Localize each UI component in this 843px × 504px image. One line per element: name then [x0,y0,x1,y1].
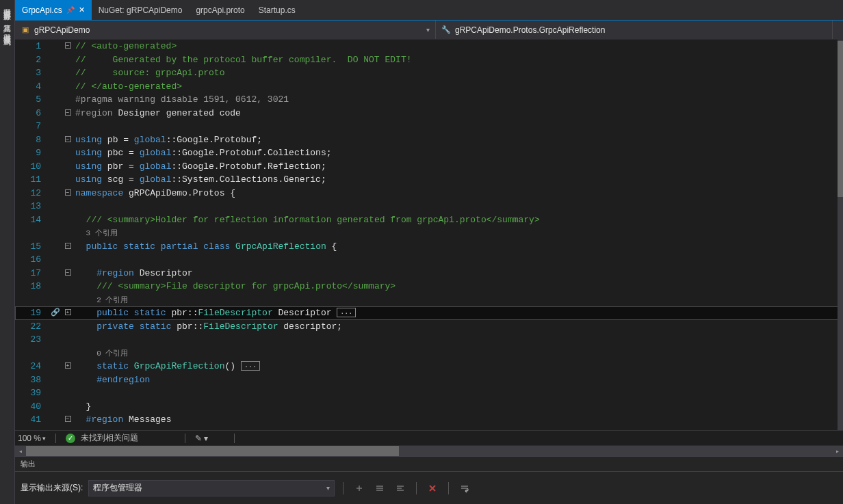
fold-toggle[interactable]: + [63,306,73,320]
tab-grpcapi-cs[interactable]: GrpcApi.cs 📌 ✕ [15,0,92,20]
code-line[interactable]: 2 个引用 [15,293,843,307]
code-line[interactable]: 40 } [15,400,843,414]
glyph-margin[interactable] [48,320,63,334]
rail-tab-toolbox[interactable]: 工具箱 [1,15,14,25]
glyph-margin[interactable] [48,267,63,280]
zoom-dropdown[interactable]: 100 % ▾ [18,434,46,443]
tab-startup[interactable]: Startup.cs [252,0,302,20]
rail-tab-test-explorer[interactable]: 测试资源管理器 [1,27,14,37]
fold-toggle[interactable]: − [63,107,73,120]
glyph-margin[interactable]: 🔗 [48,306,63,320]
glyph-margin[interactable] [48,280,63,293]
issues-status[interactable]: 未找到相关问题 [81,432,138,444]
glyph-margin[interactable] [48,347,63,360]
code-line[interactable]: 22 private static pbr::FileDescriptor de… [15,320,843,334]
nav-project-dropdown[interactable]: ▣ gRPCApiDemo ▾ [15,21,436,39]
code-line[interactable]: 17− #region Descriptor [15,267,843,280]
glyph-margin[interactable] [48,413,63,427]
code-line[interactable]: 10using pbr = global::Google.Protobuf.Re… [15,160,843,174]
glyph-margin[interactable] [48,386,63,400]
nav-type-dropdown[interactable]: 🔧 gRPCApiDemo.Protos.GrpcApiReflection [436,21,833,39]
fold-toggle [63,160,73,174]
code-line[interactable]: 24+ static GrpcApiReflection() ... [15,360,843,373]
tab-nuget[interactable]: NuGet: gRPCApiDemo [92,0,190,20]
code-line[interactable]: 39 [15,386,843,400]
output-btn-2[interactable] [372,481,387,496]
fold-toggle[interactable]: + [63,360,73,373]
glyph-margin[interactable] [48,293,63,307]
glyph-margin[interactable] [48,400,63,414]
scroll-right-arrow[interactable]: ▸ [832,447,843,455]
fold-toggle[interactable]: − [63,240,73,254]
clear-all-icon[interactable] [425,481,440,496]
rail-tab-server-explorer[interactable]: 服务器资源管理器 [1,3,14,12]
fold-toggle[interactable]: − [63,413,73,427]
output-source-dropdown[interactable]: 程序包管理器 ▾ [88,480,335,496]
csharp-project-icon: ▣ [21,25,30,35]
code-line[interactable]: 3 个引用 [15,226,843,240]
code-line[interactable]: 23 [15,333,843,347]
brush-icon[interactable]: ✎ ▾ [195,434,208,443]
glyph-margin[interactable] [48,160,63,174]
codelens-text[interactable]: 3 个引用 [73,226,843,240]
output-btn-3[interactable] [393,481,408,496]
editor-wrap: 1−// <auto-generated>2// Generated by th… [15,40,843,456]
fold-toggle [63,53,73,67]
glyph-margin[interactable] [48,173,63,187]
code-line[interactable]: 18 /// <summary>File descriptor for grpc… [15,280,843,293]
code-line[interactable]: 9using pbc = global::Google.Protobuf.Col… [15,146,843,160]
glyph-margin[interactable] [48,333,63,347]
glyph-margin[interactable] [48,80,63,94]
code-line[interactable]: 38 #endregion [15,373,843,387]
fold-toggle[interactable]: − [63,133,73,147]
code-line[interactable]: 13 [15,200,843,213]
code-line[interactable]: 15− public static partial class GrpcApiR… [15,240,843,254]
codelens-text[interactable]: 0 个引用 [73,347,843,360]
horizontal-scrollbar[interactable]: ◂ ▸ [15,445,843,456]
word-wrap-icon[interactable] [457,481,472,496]
code-line[interactable]: 5#pragma warning disable 1591, 0612, 302… [15,93,843,107]
glyph-margin[interactable] [48,240,63,254]
output-panel-title[interactable]: 输出 [15,457,843,472]
glyph-margin[interactable] [48,40,63,53]
fold-toggle[interactable]: − [63,187,73,200]
code-line[interactable]: 6−#region Designer generated code [15,107,843,120]
tab-proto[interactable]: grpcApi.proto [189,0,251,20]
glyph-margin[interactable] [48,187,63,200]
code-line[interactable]: 19🔗+ public static pbr::FileDescriptor D… [15,306,843,320]
glyph-margin[interactable] [48,66,63,80]
code-line[interactable]: 41− #region Messages [15,413,843,427]
code-line[interactable]: 11using scg = global::System.Collections… [15,173,843,187]
code-line[interactable]: 16 [15,253,843,267]
vertical-scrollbar[interactable] [838,40,843,430]
codelens-text[interactable]: 2 个引用 [73,293,843,307]
glyph-margin[interactable] [48,226,63,240]
code-line[interactable]: 4// </auto-generated> [15,80,843,94]
glyph-margin[interactable] [48,200,63,213]
code-line[interactable]: 0 个引用 [15,347,843,360]
glyph-margin[interactable] [48,93,63,107]
glyph-margin[interactable] [48,373,63,387]
fold-toggle[interactable]: − [63,40,73,53]
code-line[interactable]: 14 /// <summary>Holder for reflection in… [15,213,843,227]
glyph-margin[interactable] [48,53,63,67]
code-line[interactable]: 8−using pb = global::Google.Protobuf; [15,133,843,147]
output-btn-1[interactable] [352,481,367,496]
glyph-margin[interactable] [48,253,63,267]
glyph-margin[interactable] [48,360,63,373]
code-line[interactable]: 2// Generated by the protocol buffer com… [15,53,843,67]
code-line[interactable]: 3// source: grpcApi.proto [15,66,843,80]
glyph-margin[interactable] [48,120,63,133]
scroll-left-arrow[interactable]: ◂ [15,447,26,455]
glyph-margin[interactable] [48,107,63,120]
code-line[interactable]: 1−// <auto-generated> [15,40,843,53]
fold-toggle[interactable]: − [63,267,73,280]
pin-icon[interactable]: 📌 [66,6,75,14]
glyph-margin[interactable] [48,146,63,160]
code-editor[interactable]: 1−// <auto-generated>2// Generated by th… [15,40,843,430]
glyph-margin[interactable] [48,133,63,147]
close-icon[interactable]: ✕ [79,5,85,14]
glyph-margin[interactable] [48,213,63,227]
code-line[interactable]: 12−namespace gRPCApiDemo.Protos { [15,187,843,200]
code-line[interactable]: 7 [15,120,843,133]
